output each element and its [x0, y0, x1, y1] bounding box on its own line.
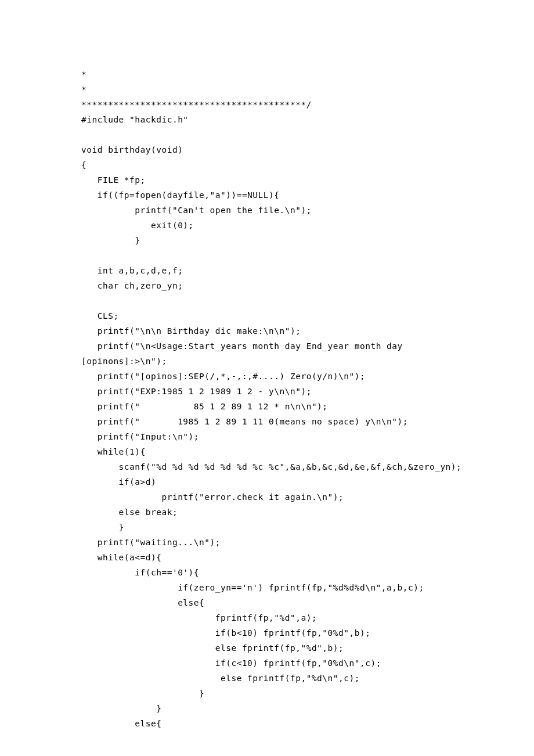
code-block: * * ************************************…	[81, 67, 453, 731]
document-page: * * ************************************…	[0, 0, 534, 756]
